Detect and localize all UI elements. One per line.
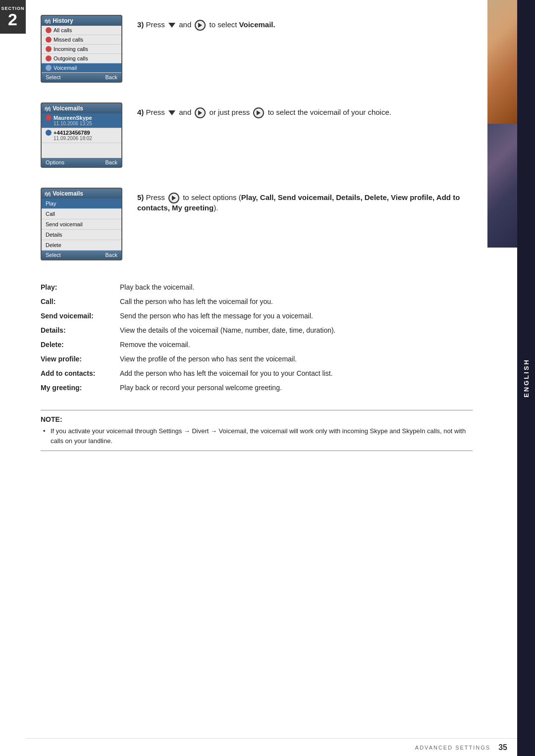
list-item: All calls bbox=[42, 26, 121, 35]
definition-desc: Play back or record your personal welcom… bbox=[120, 381, 473, 395]
step3-and: and bbox=[179, 20, 193, 29]
step4-options: Options bbox=[46, 159, 64, 165]
definition-term: Delete: bbox=[41, 338, 120, 352]
vm2-name: +44123456789 bbox=[54, 130, 90, 136]
step4-signal: ήή bbox=[45, 106, 51, 111]
footer-label: ADVANCED SETTINGS bbox=[415, 745, 490, 751]
list-item: Send voicemail bbox=[42, 219, 121, 230]
step3-menu-list: All calls Missed calls Incoming calls Ou… bbox=[42, 26, 121, 73]
step3-signal: ήή bbox=[45, 18, 51, 24]
select-button-icon-4 bbox=[168, 193, 179, 203]
list-item: Call bbox=[42, 209, 121, 219]
step4-action: to select the voicemail of your choice. bbox=[268, 108, 391, 116]
note-bullet-text: If you activate your voicemail through S… bbox=[51, 427, 466, 445]
step4-and: and bbox=[179, 108, 193, 116]
select-button-icon-3 bbox=[253, 107, 264, 118]
step4-vm-list: MaureenSkype 11.10.2006 13:25 +441234567… bbox=[42, 113, 121, 158]
step5-title: Voicemails bbox=[53, 190, 83, 197]
step5-phone-screen: ήή Voicemails Play Call Send voicemail D… bbox=[41, 188, 122, 260]
section-number: 2 bbox=[8, 11, 18, 28]
down-arrow-icon-2 bbox=[168, 110, 175, 115]
definition-desc: Play back the voicemail. bbox=[120, 280, 473, 295]
step4-number: 4) bbox=[137, 108, 144, 116]
step5-text: 5) Press to select options (Play, Call, … bbox=[137, 188, 473, 212]
list-item: Voicemail bbox=[42, 63, 121, 73]
list-item: MaureenSkype 11.10.2006 13:25 bbox=[42, 113, 121, 128]
vm1-date: 11.10.2006 13:25 bbox=[46, 121, 117, 126]
vm1-name: MaureenSkype bbox=[54, 115, 92, 121]
table-row: View profile:View the profile of the per… bbox=[41, 352, 473, 366]
definition-desc: Remove the voicemail. bbox=[120, 338, 473, 352]
note-section: NOTE: If you activate your voicemail thr… bbox=[41, 410, 473, 451]
vm2-date: 11.09.2006 18:02 bbox=[46, 136, 117, 141]
definition-term: Details: bbox=[41, 323, 120, 338]
voicemail-icon bbox=[46, 65, 52, 71]
definition-desc: Add the person who has left the voicemai… bbox=[120, 366, 473, 381]
photo-block-1 bbox=[487, 0, 517, 124]
vm-spacer bbox=[42, 143, 121, 158]
definition-desc: View the details of the voicemail (Name,… bbox=[120, 323, 473, 338]
missed-calls-label: Missed calls bbox=[54, 37, 83, 43]
incoming-calls-icon bbox=[46, 46, 52, 52]
step4-phone-screen: ήή Voicemails MaureenSkype 11.10.2006 13… bbox=[41, 102, 122, 168]
step3-action: to select Voicemail. bbox=[210, 20, 275, 29]
table-row: Delete:Remove the voicemail. bbox=[41, 338, 473, 352]
step3-back: Back bbox=[106, 74, 117, 80]
section-tab: SECTION 2 bbox=[0, 0, 26, 34]
step4-title: Voicemails bbox=[53, 105, 83, 112]
note-title: NOTE: bbox=[41, 415, 473, 423]
step3-phone-screen: ήή History All calls Missed calls Incomi… bbox=[41, 15, 122, 83]
list-item: Play bbox=[42, 199, 121, 209]
outgoing-calls-label: Outgoing calls bbox=[54, 55, 88, 61]
definition-term: Call: bbox=[41, 295, 120, 309]
step4-title-bar: ήή Voicemails bbox=[42, 103, 121, 113]
outgoing-calls-icon bbox=[46, 55, 52, 61]
step3-text: 3) Press and to select Voicemail. bbox=[137, 15, 473, 31]
photo-block-2 bbox=[487, 124, 517, 248]
step5-number: 5) bbox=[137, 193, 144, 202]
all-calls-icon bbox=[46, 27, 52, 33]
right-sidebar: ENGLISH bbox=[517, 0, 535, 756]
step5-press: Press bbox=[146, 193, 167, 202]
step3-number: 3) bbox=[137, 20, 144, 29]
definition-desc: Send the person who has left the message… bbox=[120, 309, 473, 323]
step3-title: History bbox=[53, 17, 73, 24]
table-row: My greeting:Play back or record your per… bbox=[41, 381, 473, 395]
definition-desc: View the profile of the person who has s… bbox=[120, 352, 473, 366]
step5-options-list: Play Call Send voicemail Details Delete bbox=[42, 199, 121, 251]
page-footer: ADVANCED SETTINGS 35 bbox=[26, 738, 517, 756]
table-row: Send voicemail:Send the person who has l… bbox=[41, 309, 473, 323]
table-row: Details:View the details of the voicemai… bbox=[41, 323, 473, 338]
step3-title-bar: ήή History bbox=[42, 16, 121, 26]
step5-bottom-bar: Select Back bbox=[42, 251, 121, 259]
definition-term: My greeting: bbox=[41, 381, 120, 395]
step-3-row: ήή History All calls Missed calls Incomi… bbox=[41, 15, 473, 83]
list-item: Incoming calls bbox=[42, 45, 121, 54]
step4-or: or just press bbox=[210, 108, 252, 116]
vm1-icon bbox=[46, 115, 52, 121]
main-content: ήή History All calls Missed calls Incomi… bbox=[26, 0, 487, 466]
definition-term: Play: bbox=[41, 280, 120, 295]
vm2-icon bbox=[46, 130, 52, 136]
list-item: Outgoing calls bbox=[42, 54, 121, 63]
step4-bottom-bar: Options Back bbox=[42, 158, 121, 167]
language-label: ENGLISH bbox=[523, 358, 530, 398]
table-row: Add to contacts:Add the person who has l… bbox=[41, 366, 473, 381]
list-item: +44123456789 11.09.2006 18:02 bbox=[42, 128, 121, 143]
definition-term: View profile: bbox=[41, 352, 120, 366]
definition-desc: Call the person who has left the voicema… bbox=[120, 295, 473, 309]
step3-press: Press bbox=[146, 20, 167, 29]
note-content: If you activate your voicemail through S… bbox=[41, 426, 473, 446]
step5-select: Select bbox=[46, 252, 61, 258]
step-5-row: ήή Voicemails Play Call Send voicemail D… bbox=[41, 188, 473, 260]
definitions-table: Play:Play back the voicemail.Call:Call t… bbox=[41, 280, 473, 395]
step4-press: Press bbox=[146, 108, 167, 116]
down-arrow-icon bbox=[168, 23, 175, 28]
step5-action: to select options (Play, Call, Send voic… bbox=[137, 193, 460, 212]
list-item: Delete bbox=[42, 240, 121, 251]
voicemail-label: Voicemail bbox=[54, 65, 77, 71]
list-item: Missed calls bbox=[42, 35, 121, 45]
step-4-row: ήή Voicemails MaureenSkype 11.10.2006 13… bbox=[41, 102, 473, 168]
definition-term: Add to contacts: bbox=[41, 366, 120, 381]
step4-text: 4) Press and or just press to select the… bbox=[137, 102, 473, 118]
